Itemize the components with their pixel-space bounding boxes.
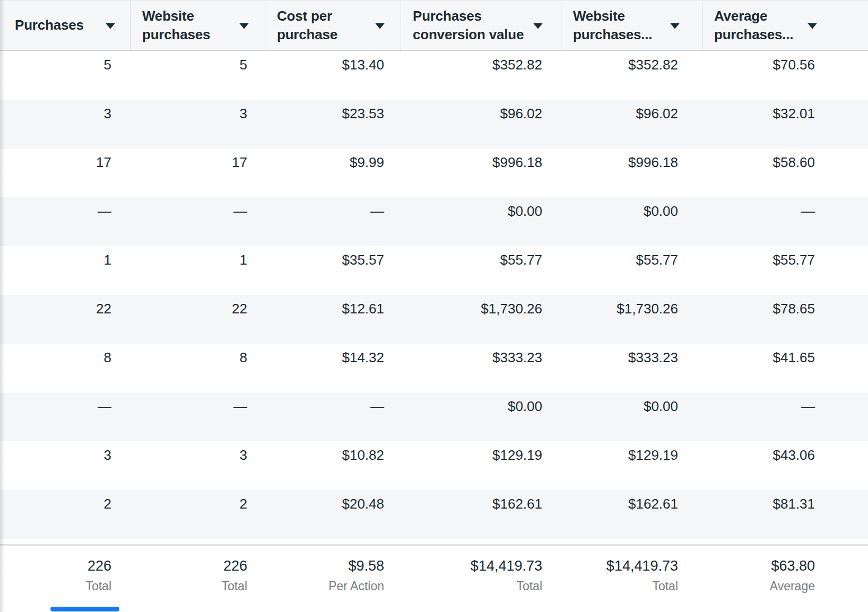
cell-website-purchases-value: $1,730.26 — [561, 295, 702, 344]
footer-cell-purchases-conversion-value: $14,419.73 Total — [401, 546, 561, 610]
cell-website-purchases: — — [131, 197, 265, 246]
table-row: — — — $0.00 $0.00 — — [0, 392, 868, 441]
cell-cost-per-purchase: $10.82 — [265, 441, 401, 490]
column-label: Website purchases... — [573, 7, 669, 44]
cell-purchases: 1 — [0, 246, 131, 295]
horizontal-scrollbar-thumb[interactable] — [50, 607, 119, 611]
footer-label: Total — [561, 579, 678, 593]
cell-cost-per-purchase: $9.99 — [265, 148, 401, 197]
cell-website-purchases: 1 — [131, 246, 265, 295]
column-label: Cost per purchase — [277, 7, 368, 44]
cell-website-purchases-value: $129.19 — [561, 441, 702, 490]
footer-label: Average — [702, 579, 815, 593]
cell-website-purchases: 17 — [131, 148, 265, 197]
footer-cell-website-purchases-value: $14,419.73 Total — [561, 546, 702, 610]
column-header-website-purchases[interactable]: Website purchases — [131, 1, 265, 50]
footer-separator — [0, 539, 868, 544]
cell-average-purchases: — — [702, 197, 868, 246]
cell-purchases: 22 — [0, 295, 131, 344]
table-header: Purchases Website purchases Cost per pur… — [0, 0, 868, 51]
table-row: 3 3 $10.82 $129.19 $129.19 $43.06 — [0, 441, 868, 490]
cell-average-purchases: $43.06 — [702, 441, 868, 490]
cell-website-purchases-value: $96.02 — [561, 100, 702, 148]
cell-website-purchases-value: $996.18 — [561, 148, 702, 197]
metrics-table: Purchases Website purchases Cost per pur… — [0, 0, 868, 612]
cell-website-purchases: 5 — [131, 51, 265, 100]
column-header-average-purchases[interactable]: Average purchases... — [702, 1, 868, 50]
footer-label: Per Action — [265, 579, 384, 593]
column-header-purchases[interactable]: Purchases — [0, 1, 131, 50]
cell-cost-per-purchase: $20.48 — [265, 490, 401, 539]
cell-website-purchases: 22 — [131, 295, 265, 344]
footer-value: 226 — [0, 557, 111, 574]
cell-website-purchases: 3 — [131, 441, 265, 490]
cell-purchases-conversion-value: $0.00 — [401, 197, 561, 246]
cell-cost-per-purchase: — — [265, 392, 401, 441]
footer-cell-average-purchases: $63.80 Average — [702, 546, 868, 610]
footer-value: $14,419.73 — [561, 557, 678, 574]
cell-purchases-conversion-value: $162.61 — [401, 490, 561, 539]
cell-cost-per-purchase: $13.40 — [265, 51, 401, 100]
column-label: Website purchases — [142, 7, 232, 44]
footer-cell-cost-per-purchase: $9.58 Per Action — [265, 546, 401, 610]
cell-purchases-conversion-value: $55.77 — [401, 246, 561, 295]
cell-purchases: — — [0, 197, 131, 246]
footer-label: Total — [0, 579, 111, 593]
cell-average-purchases: $32.01 — [702, 100, 868, 148]
sort-arrow-icon[interactable] — [670, 23, 680, 29]
footer-value: $63.80 — [702, 557, 815, 574]
cell-purchases-conversion-value: $96.02 — [401, 100, 561, 148]
sort-arrow-icon[interactable] — [239, 23, 249, 29]
cell-purchases-conversion-value: $129.19 — [401, 441, 561, 490]
cell-average-purchases: — — [702, 392, 868, 441]
cell-average-purchases: $58.60 — [702, 148, 868, 197]
cell-purchases: 3 — [0, 100, 131, 148]
cell-website-purchases-value: $162.61 — [561, 490, 702, 539]
table-row: 22 22 $12.61 $1,730.26 $1,730.26 $78.65 — [0, 295, 868, 344]
cell-cost-per-purchase: $14.32 — [265, 344, 401, 392]
cell-purchases: — — [0, 392, 131, 441]
footer-cell-purchases: 226 Total — [0, 546, 131, 610]
sort-arrow-icon[interactable] — [106, 23, 115, 29]
cell-purchases: 17 — [0, 148, 131, 197]
cell-website-purchases-value: $0.00 — [561, 197, 702, 246]
column-header-website-purchases-value[interactable]: Website purchases... — [561, 1, 702, 50]
cell-website-purchases-value: $55.77 — [561, 246, 702, 295]
table-footer: 226 Total 226 Total $9.58 Per Action $14… — [0, 544, 868, 610]
column-header-purchases-conversion-value[interactable]: Purchases conversion value — [401, 1, 561, 50]
cell-purchases-conversion-value: $352.82 — [401, 51, 561, 100]
cell-purchases-conversion-value: $996.18 — [401, 148, 561, 197]
cell-website-purchases-value: $0.00 — [561, 392, 702, 441]
table-row: 17 17 $9.99 $996.18 $996.18 $58.60 — [0, 148, 868, 197]
cell-website-purchases-value: $333.23 — [561, 344, 702, 392]
footer-value: $9.58 — [265, 557, 384, 574]
cell-website-purchases: 8 — [131, 344, 265, 392]
footer-value: 226 — [131, 557, 247, 574]
cell-purchases: 2 — [0, 490, 131, 539]
sort-arrow-icon[interactable] — [808, 23, 817, 29]
cell-purchases: 3 — [0, 441, 131, 490]
cell-purchases: 8 — [0, 344, 131, 392]
cell-website-purchases-value: $352.82 — [561, 51, 702, 100]
cell-average-purchases: $78.65 — [702, 295, 868, 344]
cell-cost-per-purchase: $35.57 — [265, 246, 401, 295]
table-row: 2 2 $20.48 $162.61 $162.61 $81.31 — [0, 490, 868, 539]
cell-cost-per-purchase: $12.61 — [265, 295, 401, 344]
cell-website-purchases: — — [131, 392, 265, 441]
cell-purchases-conversion-value: $0.00 — [401, 392, 561, 441]
column-label: Purchases — [15, 16, 84, 34]
cell-website-purchases: 3 — [131, 100, 265, 148]
cell-average-purchases: $70.56 — [702, 51, 868, 100]
sort-arrow-icon[interactable] — [533, 23, 543, 29]
footer-label: Total — [401, 579, 542, 593]
cell-purchases-conversion-value: $333.23 — [401, 344, 561, 392]
cell-average-purchases: $41.65 — [702, 344, 868, 392]
table-row: 8 8 $14.32 $333.23 $333.23 $41.65 — [0, 344, 868, 392]
cell-cost-per-purchase: — — [265, 197, 401, 246]
footer-label: Total — [131, 579, 247, 593]
column-header-cost-per-purchase[interactable]: Cost per purchase — [265, 1, 401, 50]
cell-average-purchases: $55.77 — [702, 246, 868, 295]
sort-arrow-icon[interactable] — [375, 23, 385, 29]
cell-website-purchases: 2 — [131, 490, 265, 539]
table-row: 1 1 $35.57 $55.77 $55.77 $55.77 — [0, 246, 868, 295]
